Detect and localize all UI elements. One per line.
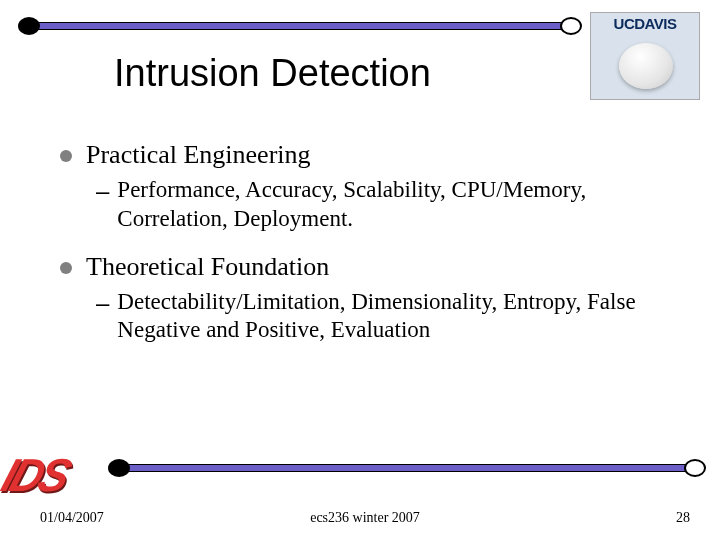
ids-wordart: IDS [0,449,74,502]
logo-text: UCDAVIS [591,15,699,32]
sub-bullet-text: Detectability/Limitation, Dimensionality… [117,288,670,346]
slide-footer: 01/04/2007 ecs236 winter 2007 28 [40,510,690,526]
footer-divider [110,462,704,476]
slide-title: Intrusion Detection [114,52,431,95]
bullet-dot-icon [60,262,72,274]
sub-bullet-item: – Performance, Accuracy, Scalability, CP… [96,176,670,234]
bullet-item: Theoretical Foundation [60,252,670,282]
egg-sculpture-icon [619,43,673,89]
sub-bullet-text: Performance, Accuracy, Scalability, CPU/… [117,176,670,234]
sub-bullet-item: – Detectability/Limitation, Dimensionali… [96,288,670,346]
dash-icon: – [96,288,109,318]
footer-course: ecs236 winter 2007 [40,510,690,526]
header-divider [20,20,580,34]
bullet-label: Practical Engineering [86,140,311,170]
dash-icon: – [96,176,109,206]
university-logo: UCDAVIS [590,12,700,100]
bullet-item: Practical Engineering [60,140,670,170]
slide-body: Practical Engineering – Performance, Acc… [60,140,670,363]
bullet-dot-icon [60,150,72,162]
bullet-label: Theoretical Foundation [86,252,329,282]
